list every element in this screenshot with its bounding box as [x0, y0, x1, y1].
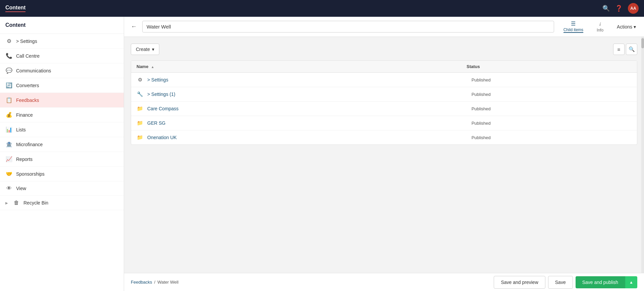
list-view-button[interactable]: ≡	[613, 44, 625, 55]
row-icon-5: 📁	[137, 134, 143, 140]
sidebar-item-icon-microfinance: 🏦	[5, 141, 13, 148]
breadcrumb: Feedbacks / Water Well	[131, 280, 178, 285]
search-table-button[interactable]: 🔍	[626, 44, 637, 55]
footer: Feedbacks / Water Well Save and preview …	[124, 273, 644, 291]
table-row[interactable]: 📁 Onenation UK Published	[131, 130, 637, 144]
sidebar-item-icon-sponsorships: 🤝	[5, 171, 13, 177]
table-row[interactable]: ⚙ > Settings Published	[131, 73, 637, 87]
sort-icon: ▲	[151, 65, 154, 69]
sidebar-item-label-converters: Converters	[16, 83, 39, 88]
create-button[interactable]: Create ▾	[131, 44, 159, 55]
row-name-4[interactable]: GER SG	[147, 120, 468, 126]
sidebar: Content ⚙ > Settings 📞 Call Centre 💬 Com…	[0, 17, 124, 291]
tab-area: ☰ Child items 𝑖 Info Actions ▾	[561, 19, 639, 34]
table-row[interactable]: 📁 Care Compass Published	[131, 102, 637, 116]
sidebar-item-label-sponsorships: Sponsorships	[16, 171, 45, 177]
save-publish-button[interactable]: Save and publish	[576, 276, 625, 288]
sidebar-items-container: ⚙ > Settings 📞 Call Centre 💬 Communicati…	[0, 34, 124, 210]
scroll-track[interactable]	[641, 37, 644, 273]
search-icon[interactable]: 🔍	[602, 5, 610, 12]
breadcrumb-feedbacks[interactable]: Feedbacks	[131, 280, 152, 285]
row-status-3: Published	[472, 106, 632, 111]
sidebar-item-label-call-centre: Call Centre	[16, 53, 40, 59]
sidebar-item-icon-communications: 💬	[5, 67, 13, 74]
row-name-1[interactable]: > Settings	[147, 77, 468, 82]
row-status-5: Published	[472, 135, 632, 140]
toolbar-right: ≡ 🔍	[613, 44, 637, 55]
search-table-icon: 🔍	[629, 46, 635, 52]
sidebar-item-microfinance[interactable]: 🏦 Microfinance	[0, 137, 124, 152]
main-layout: Content ⚙ > Settings 📞 Call Centre 💬 Com…	[0, 17, 644, 291]
row-name-3[interactable]: Care Compass	[147, 106, 468, 111]
sidebar-item-recycle-bin[interactable]: ▶ 🗑 Recycle Bin	[0, 196, 124, 210]
table-row[interactable]: 📁 GER SG Published	[131, 116, 637, 130]
row-icon-4: 📁	[137, 120, 143, 126]
sidebar-item-label-feedbacks: Feedbacks	[16, 98, 39, 103]
sidebar-item-label-finance: Finance	[16, 112, 33, 118]
row-name-2[interactable]: > Settings (1)	[147, 92, 468, 97]
row-status-2: Published	[472, 92, 632, 97]
sidebar-item-icon-lists: 📊	[5, 126, 13, 133]
sidebar-item-label-settings: > Settings	[16, 39, 37, 44]
sidebar-item-converters[interactable]: 🔄 Converters	[0, 78, 124, 93]
content-body: Create ▾ ≡ 🔍 Name ▲	[124, 37, 644, 273]
table-header-row: Name ▲ Status	[131, 61, 637, 73]
row-icon-3: 📁	[137, 106, 143, 112]
breadcrumb-separator: /	[154, 280, 156, 285]
list-view-icon: ≡	[618, 47, 621, 52]
sidebar-item-icon-converters: 🔄	[5, 82, 13, 89]
save-button[interactable]: Save	[548, 276, 573, 289]
save-publish-arrow-button[interactable]: ▲	[625, 276, 637, 288]
sidebar-item-label-recycle-bin: Recycle Bin	[23, 200, 48, 206]
table-row[interactable]: 🔧 > Settings (1) Published	[131, 87, 637, 102]
scroll-thumb	[641, 38, 644, 48]
sidebar-item-label-communications: Communications	[16, 68, 51, 73]
sidebar-item-feedbacks[interactable]: 📋 Feedbacks	[0, 93, 124, 108]
row-status-1: Published	[472, 77, 632, 82]
sidebar-item-communications[interactable]: 💬 Communications	[0, 63, 124, 78]
save-preview-button[interactable]: Save and preview	[494, 276, 545, 289]
sidebar-item-icon-recycle-bin: 🗑	[13, 200, 20, 206]
tab-child-items[interactable]: ☰ Child items	[561, 19, 586, 34]
row-name-5[interactable]: Onenation UK	[147, 135, 468, 140]
sidebar-item-label-microfinance: Microfinance	[16, 142, 43, 147]
top-nav: Content 🔍 ❓ AA	[0, 0, 644, 17]
sidebar-item-label-lists: Lists	[16, 127, 26, 132]
sidebar-item-view[interactable]: 👁 View	[0, 181, 124, 196]
sidebar-item-lists[interactable]: 📊 Lists	[0, 122, 124, 137]
footer-actions: Save and preview Save Save and publish ▲	[494, 276, 637, 289]
app-title: Content	[5, 5, 25, 12]
avatar[interactable]: AA	[628, 3, 639, 14]
back-button[interactable]: ←	[129, 22, 138, 32]
sidebar-item-reports[interactable]: 📈 Reports	[0, 152, 124, 167]
actions-button[interactable]: Actions ▾	[614, 23, 639, 31]
expand-icon: ▶	[5, 201, 8, 205]
row-icon-1: ⚙	[137, 77, 143, 83]
sidebar-item-settings[interactable]: ⚙ > Settings	[0, 34, 124, 49]
sidebar-item-icon-feedbacks: 📋	[5, 97, 13, 103]
sidebar-item-call-centre[interactable]: 📞 Call Centre	[0, 49, 124, 63]
toolbar-row: Create ▾ ≡ 🔍	[131, 44, 637, 55]
sidebar-item-icon-settings: ⚙	[5, 38, 13, 44]
data-table: Name ▲ Status ⚙ > Settings Published 🔧 >…	[131, 60, 637, 145]
col-header-name[interactable]: Name ▲	[137, 64, 467, 69]
table-rows-container: ⚙ > Settings Published 🔧 > Settings (1) …	[131, 73, 637, 144]
col-header-status: Status	[467, 64, 632, 69]
sidebar-item-icon-finance: 💰	[5, 112, 13, 118]
help-icon[interactable]: ❓	[615, 5, 623, 12]
row-status-4: Published	[472, 121, 632, 126]
info-icon: 𝑖	[599, 21, 601, 27]
sidebar-item-sponsorships[interactable]: 🤝 Sponsorships	[0, 167, 124, 181]
row-icon-2: 🔧	[137, 91, 143, 97]
child-items-icon: ☰	[571, 20, 576, 27]
sidebar-item-label-view: View	[16, 186, 26, 191]
sidebar-item-icon-view: 👁	[5, 185, 13, 191]
content-header: ← ☰ Child items 𝑖 Info Actions ▾	[124, 17, 644, 37]
breadcrumb-current: Water Well	[157, 280, 178, 285]
content-area: ← ☰ Child items 𝑖 Info Actions ▾	[124, 17, 644, 291]
page-title-input[interactable]	[142, 21, 554, 33]
save-publish-group: Save and publish ▲	[576, 276, 637, 288]
tab-info[interactable]: 𝑖 Info	[594, 20, 606, 34]
sidebar-header: Content	[0, 17, 124, 34]
sidebar-item-finance[interactable]: 💰 Finance	[0, 108, 124, 122]
